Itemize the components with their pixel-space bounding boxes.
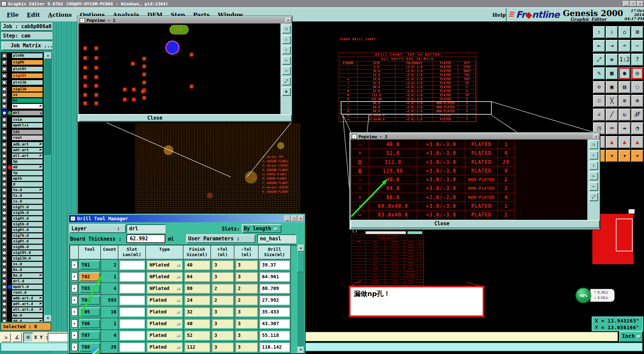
layer-row-pln11b[interactable]: pln11b bbox=[1, 79, 44, 85]
scroll-left-icon[interactable]: ⇦ bbox=[589, 172, 598, 180]
select-poly-icon[interactable]: ➤ bbox=[619, 150, 631, 162]
layer-name[interactable]: dd.d bbox=[12, 318, 43, 322]
grid-icon[interactable]: ▦ bbox=[606, 67, 618, 79]
finish-size-input[interactable]: 40 bbox=[184, 260, 210, 270]
undo-view-icon[interactable]: ↶ bbox=[619, 40, 631, 52]
drill-size-input[interactable]: 39.37 bbox=[260, 260, 289, 270]
layer-checkbox[interactable] bbox=[2, 54, 6, 58]
units-dropdown[interactable]: Inch bbox=[619, 331, 643, 342]
layer-input[interactable]: drl bbox=[126, 224, 165, 233]
layer-name[interactable]: ss bbox=[12, 92, 43, 98]
minus-tol-input[interactable]: 2 bbox=[235, 296, 257, 305]
diagonal-measure-icon[interactable]: ⇲ bbox=[1, 333, 11, 342]
layer-name[interactable]: sig11b bbox=[12, 86, 43, 92]
user-parameters-button[interactable]: User Parameters : bbox=[186, 234, 255, 243]
rotate-icon[interactable]: ↻ bbox=[619, 109, 631, 121]
layer-checkbox[interactable] bbox=[2, 291, 6, 295]
copy-pad-icon[interactable]: ⊕ bbox=[631, 95, 643, 107]
drill-size-input[interactable]: 55.118 bbox=[260, 331, 289, 340]
layer-checkbox[interactable] bbox=[2, 251, 6, 255]
ruler-icon[interactable]: ▤ bbox=[619, 81, 631, 93]
layer-checkbox[interactable] bbox=[2, 302, 6, 306]
serpentine-icon[interactable]: ∽ bbox=[631, 40, 643, 52]
layer-checkbox[interactable] bbox=[2, 239, 6, 243]
layer-row-bp.d[interactable]: bp.d bbox=[1, 312, 44, 318]
layer-row-sig5b.d[interactable]: sig5b.d bbox=[1, 221, 44, 227]
layer-name[interactable]: drl.d bbox=[12, 279, 43, 284]
minus-tol-input[interactable]: 3 bbox=[235, 319, 257, 328]
select-rect-icon[interactable]: ➤ bbox=[606, 150, 618, 162]
layer-name[interactable]: mpdrl.d bbox=[12, 284, 43, 290]
slots-dropdown[interactable]: By length bbox=[242, 224, 281, 233]
layer-checkbox[interactable] bbox=[2, 136, 6, 140]
surface-icon[interactable]: ◔ bbox=[631, 122, 643, 134]
zoom-area-icon[interactable]: ⊙ bbox=[593, 81, 605, 93]
layer-name[interactable]: sig6t.d bbox=[12, 227, 43, 233]
add-slot-icon[interactable]: + bbox=[71, 261, 77, 269]
slot-len-input[interactable] bbox=[119, 284, 145, 293]
layer-row-adt.art[interactable]: adt.art bbox=[1, 147, 44, 153]
fit-icon[interactable]: ⤢ bbox=[589, 192, 598, 201]
layer-checkbox[interactable] bbox=[2, 319, 6, 322]
scroll-down-icon[interactable]: ⇩ bbox=[589, 161, 598, 170]
type-dropdown[interactable]: Plated bbox=[147, 307, 182, 316]
layer-row-ss[interactable]: ss bbox=[1, 92, 44, 98]
scroll-thumb[interactable] bbox=[298, 252, 304, 272]
layer-checkbox[interactable] bbox=[2, 234, 6, 238]
drill-size-input[interactable]: 27.992 bbox=[260, 296, 289, 305]
layer-checkbox[interactable] bbox=[2, 222, 6, 226]
type-dropdown[interactable]: NPlated bbox=[147, 284, 182, 293]
layer-checkbox[interactable] bbox=[2, 171, 6, 175]
layer-checkbox[interactable] bbox=[2, 87, 6, 91]
paste-down-icon[interactable]: ⇩ bbox=[606, 26, 618, 38]
slot-len-input[interactable] bbox=[119, 272, 145, 281]
dtm-minimize-icon[interactable]: _ bbox=[284, 216, 290, 221]
tool-button-T02[interactable]: T02 bbox=[79, 272, 100, 281]
home-view-icon[interactable]: ⌂ bbox=[619, 26, 631, 38]
layer-name[interactable]: sig10t bbox=[12, 73, 43, 78]
scroll-right-icon[interactable]: ⇨ bbox=[589, 182, 598, 191]
add-slot-icon[interactable]: + bbox=[71, 319, 77, 328]
layer-checkbox[interactable] bbox=[2, 256, 6, 260]
layer-name[interactable]: rout bbox=[12, 135, 43, 140]
layer-checkbox[interactable] bbox=[2, 60, 6, 64]
layer-checkbox[interactable] bbox=[2, 194, 6, 198]
layer-row-mpth[interactable]: mpth bbox=[1, 176, 44, 181]
scroll-left-icon[interactable]: ⇦ bbox=[282, 56, 291, 65]
pan-left-icon[interactable]: ⇤ bbox=[593, 40, 605, 52]
layer-checkbox[interactable] bbox=[2, 262, 6, 266]
layer-name[interactable]: rout.d bbox=[12, 290, 43, 295]
layer-scrollbar[interactable]: ▲ ▼ bbox=[44, 52, 52, 322]
popview-1-titlebar[interactable]: ✕ Popview - 1 ✕ bbox=[78, 17, 292, 23]
layer-row-drl.d[interactable]: drl.d bbox=[1, 278, 44, 284]
drill-size-input[interactable]: 80.709 bbox=[260, 284, 289, 293]
layer-checkbox[interactable] bbox=[2, 188, 6, 192]
finish-size-input[interactable]: 40 bbox=[184, 319, 210, 328]
layer-row-ss.d[interactable]: ss.d bbox=[1, 261, 44, 267]
slot-len-input[interactable] bbox=[119, 260, 145, 270]
quadrant-toggle-icon[interactable]: ⊞ bbox=[23, 333, 33, 342]
center-icon[interactable]: ✥ bbox=[282, 87, 291, 96]
layer-row-sig4t.d[interactable]: sig4t.d bbox=[1, 216, 44, 221]
finish-size-input[interactable]: 112 bbox=[184, 343, 210, 352]
tool-button-T04[interactable]: T04 bbox=[79, 296, 100, 305]
scroll-right-icon[interactable]: ⇨ bbox=[282, 66, 291, 75]
layer-name[interactable]: adb.art.d bbox=[12, 296, 43, 301]
layer-checkbox[interactable] bbox=[2, 80, 6, 84]
measure-width-icon[interactable]: ⇹ bbox=[619, 122, 631, 134]
layer-checkbox[interactable] bbox=[2, 211, 6, 215]
query-icon[interactable]: ? bbox=[631, 54, 643, 66]
layer-name[interactable]: sig8t.d bbox=[12, 239, 43, 244]
minus-tol-input[interactable]: 3 bbox=[235, 260, 257, 270]
menu-file[interactable]: File bbox=[7, 11, 19, 18]
pan-right-icon[interactable]: ⇥ bbox=[606, 40, 618, 52]
plus-tol-input[interactable]: 3 bbox=[212, 331, 233, 340]
layer-row-sig8t.d[interactable]: sig8t.d bbox=[1, 238, 44, 244]
layer-name[interactable]: adt.art bbox=[12, 148, 43, 153]
layer-name[interactable]: pln10t bbox=[12, 66, 43, 72]
layer-checkbox[interactable] bbox=[2, 93, 6, 97]
layer-row-sig10t.d[interactable]: sig10t.d bbox=[1, 250, 44, 255]
layer-row-bp[interactable]: bp bbox=[1, 159, 44, 164]
layer-name[interactable]: sig9b bbox=[12, 60, 43, 65]
layer-checkbox[interactable] bbox=[2, 228, 6, 232]
